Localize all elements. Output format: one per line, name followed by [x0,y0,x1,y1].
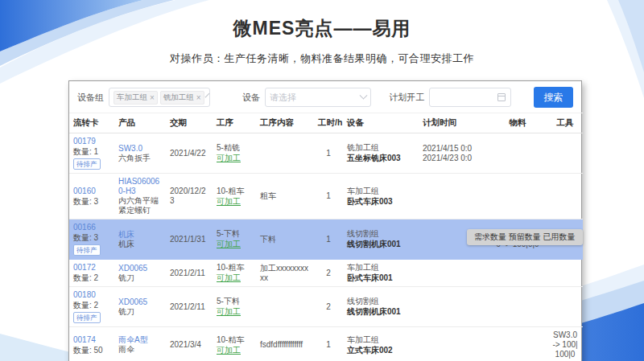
search-button[interactable]: 搜索 [534,87,573,108]
product-code-link[interactable]: HIAS060060-H3 [118,177,162,196]
work-hours: 1 [314,133,343,174]
process-state-link[interactable]: 可加工 [217,154,252,163]
flow-card-link[interactable]: 00160 [73,187,110,196]
process-state-link[interactable]: 可加工 [217,240,252,249]
tool-info [547,133,583,174]
due-date: 2020/12/23 [166,174,213,219]
process-content [256,287,314,327]
tool-info [547,260,583,287]
product-code-link[interactable]: XD0065 [118,297,162,307]
process-state-link[interactable]: 可加工 [217,307,252,317]
product-code-link[interactable]: 机床 [118,230,162,240]
equipment-group-select[interactable]: 车加工组× 铣加工组× [109,88,210,107]
table-row[interactable]: 00172 数量: 2 XD0065 铣刀 2021/2/11 10-粗车 可加… [69,260,583,287]
product-name: 内六角平端紧定螺钉 [118,196,162,215]
col-header-device: 设备 [343,113,419,133]
process-state-link[interactable]: 可加工 [217,197,252,207]
col-header-due-date: 交期 [166,113,213,133]
quantity-text: 数量: 1 [73,147,110,157]
device-name: 卧式车床001 [347,273,415,283]
table-row[interactable]: 00179 数量: 1 待排产 SW3.0 六角扳手 2021/4/22 5-精… [69,133,583,174]
process-content: fsdfdffffffffffff [256,327,314,361]
equipment-label: 设备 [242,92,260,104]
tool-info [547,287,583,327]
work-hours: 1 [314,174,343,219]
product-name: 机床 [118,240,162,249]
process-state-link[interactable]: 可加工 [217,346,252,355]
process-step: 10-粗车 [217,187,252,196]
due-date: 2021/1/31 [166,219,213,260]
equipment-select[interactable]: 请选择 [265,88,371,107]
quantity-text: 数量: 50 [73,346,110,355]
equipment-group-label: 设备组 [77,92,104,104]
plan-start-time: 2021/4/15 0:0 [423,144,484,154]
process-step: 5-精铣 [217,143,252,153]
col-header-product: 产品 [114,113,166,133]
product-code-link[interactable]: SW3.0 [118,144,162,154]
status-badge: 待排产 [73,158,101,170]
material-tooltip: 需求数量 预留数量 已用数量 [467,229,583,245]
work-hours: 2 [314,260,343,287]
equipment-select-placeholder: 请选择 [270,92,296,104]
table-header-row: 流转卡 产品 交期 工序 工序内容 工时/h 设备 计划时间 物料 工具 [69,113,583,133]
col-header-process-content: 工序内容 [256,113,314,133]
device-group: 车加工组 [347,263,415,273]
page-subtitle: 对操作员：生产任务清晰，物料准备结果明确，可合理安排工作 [0,51,644,66]
due-date: 2021/2/11 [166,287,213,327]
chevron-down-icon [204,92,209,97]
product-code-link[interactable]: XD0065 [118,264,162,273]
device-group: 线切割组 [347,297,415,306]
process-step: 5-下料 [217,229,252,239]
table-row[interactable]: 00174 数量: 50 雨伞A型 雨伞 2021/3/4 10-精车 可加工 … [69,327,583,361]
due-date: 2021/2/11 [166,260,213,287]
flow-card-link[interactable]: 00174 [73,335,110,345]
table-row[interactable]: 00180 数量: 2 待排产 XD0065 铣刀 2021/2/11 5-下料… [69,287,583,327]
quantity-text: 数量: 2 [73,301,110,310]
plan-start-date-input[interactable] [429,88,510,107]
due-date: 2021/4/22 [166,133,213,174]
process-step: 5-下料 [217,297,252,306]
process-step: 10-精车 [217,335,252,345]
flow-card-link[interactable]: 00172 [73,263,110,273]
product-name: 铣刀 [118,307,162,317]
product-name: 铣刀 [118,273,162,283]
work-hours: 1 [314,219,343,260]
quantity-text: 数量: 3 [73,233,110,243]
col-header-plan-time: 计划时间 [419,113,488,133]
flow-card-link[interactable]: 00166 [73,223,110,232]
process-content [256,133,314,174]
process-step: 10-粗车 [217,263,252,273]
col-header-tool: 工具 [547,113,583,133]
quantity-text: 数量: 3 [73,197,110,207]
process-state-link[interactable]: 可加工 [217,273,252,283]
product-code-link[interactable]: 雨伞A型 [118,335,162,345]
tag-remove-icon[interactable]: × [196,93,201,102]
status-badge: 待排产 [73,312,101,323]
task-table-body: 00179 数量: 1 待排产 SW3.0 六角扳手 2021/4/22 5-精… [69,133,583,361]
col-header-process: 工序 [213,113,256,133]
selected-tag: 车加工组× [114,91,158,105]
process-content: 粗车 [256,174,314,219]
device-group: 铣加工组 [347,143,415,153]
chevron-down-icon [360,91,368,99]
plan-start-label: 计划开工 [389,92,424,104]
device-name: 卧式车床003 [347,197,415,207]
work-hours: 1 [314,327,343,361]
tag-remove-icon[interactable]: × [150,93,155,102]
process-content: 下料 [256,219,314,260]
flow-card-link[interactable]: 00180 [73,290,110,300]
process-content: 加工xxxxxxxxxx [256,260,314,287]
table-row[interactable]: 00160 数量: 3 HIAS060060-H3 内六角平端紧定螺钉 2020… [69,174,583,219]
filter-bar: 设备组 车加工组× 铣加工组× 设备 请选择 计划开工 搜索 [69,81,581,113]
calendar-icon [497,93,506,101]
device-group: 线切割组 [347,229,415,239]
tool-info [547,174,583,219]
task-panel: 设备组 车加工组× 铣加工组× 设备 请选择 计划开工 搜索 流转卡 产品 交期 [68,80,582,361]
col-header-work-hours: 工时/h [314,113,343,133]
flow-card-link[interactable]: 00179 [73,137,110,146]
work-hours: 2 [314,287,343,327]
tag-label: 车加工组 [117,92,147,103]
device-group: 车加工组 [347,335,415,345]
device-name: 线切割机床001 [347,240,415,249]
device-name: 五坐标铣床003 [347,154,415,163]
